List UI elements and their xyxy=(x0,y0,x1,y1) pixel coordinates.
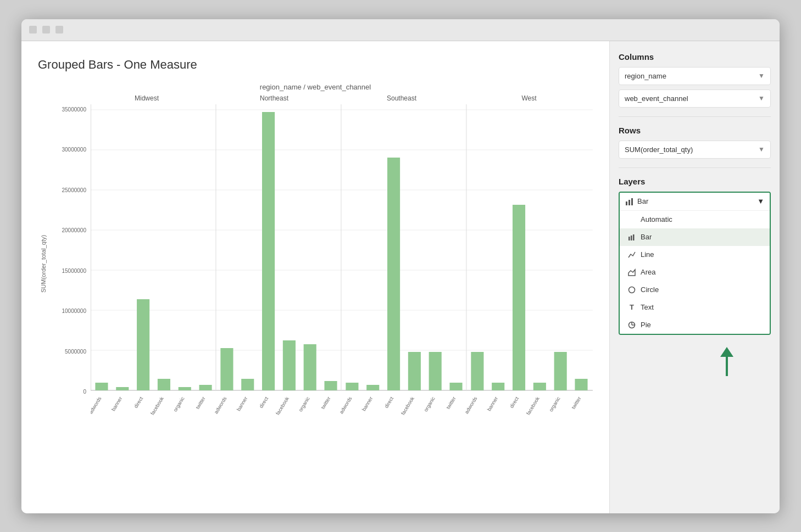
svg-rect-29 xyxy=(429,352,442,390)
layers-header-left: Bar xyxy=(625,197,648,206)
rows-section-title: Rows xyxy=(619,126,771,135)
svg-rect-21 xyxy=(262,112,275,390)
layers-dropdown-header[interactable]: Bar ▼ xyxy=(620,193,770,211)
svg-rect-20 xyxy=(241,379,254,390)
svg-rect-23 xyxy=(304,344,316,390)
columns-section-title: Columns xyxy=(619,52,771,61)
svg-rect-30 xyxy=(449,383,462,390)
y-tick-5m: 5000000 xyxy=(65,349,86,355)
svg-rect-36 xyxy=(575,379,587,390)
automatic-icon xyxy=(627,215,636,224)
y-tick-25m: 25000000 xyxy=(62,187,87,193)
svg-rect-28 xyxy=(408,352,421,390)
svg-rect-17 xyxy=(179,387,191,390)
chart-subtitle: region_name / web_event_channel xyxy=(38,83,593,91)
svg-rect-66 xyxy=(633,234,635,240)
line-icon xyxy=(627,250,636,259)
web-event-channel-label: web_event_channel xyxy=(625,94,688,103)
web-event-channel-arrow: ▼ xyxy=(758,94,765,102)
svg-marker-73 xyxy=(720,347,733,357)
web-event-channel-dropdown[interactable]: web_event_channel ▼ xyxy=(619,89,771,108)
main-window: Grouped Bars - One Measure region_name /… xyxy=(21,19,780,513)
svg-text:adwords: adwords xyxy=(464,395,479,415)
pie-icon xyxy=(627,321,636,329)
sum-order-label: SUM(order_total_qty) xyxy=(625,145,693,154)
svg-text:banner: banner xyxy=(236,396,249,412)
circle-icon xyxy=(627,285,636,294)
layers-dropdown-options: Automatic Bar xyxy=(620,211,770,334)
y-tick-20m: 20000000 xyxy=(62,227,87,233)
svg-text:banner: banner xyxy=(361,396,374,412)
region-label-west: West xyxy=(465,94,593,102)
svg-rect-14 xyxy=(116,387,129,390)
option-automatic-label: Automatic xyxy=(641,215,672,223)
svg-rect-33 xyxy=(513,205,525,390)
option-pie-label: Pie xyxy=(641,321,651,329)
option-circle[interactable]: Circle xyxy=(620,281,770,299)
svg-rect-24 xyxy=(324,381,337,390)
option-automatic[interactable]: Automatic xyxy=(620,211,770,228)
option-line-label: Line xyxy=(641,250,654,259)
svg-text:organic: organic xyxy=(423,395,437,412)
chart-panel: Grouped Bars - One Measure region_name /… xyxy=(21,41,609,513)
option-pie[interactable]: Pie xyxy=(620,316,770,334)
svg-text:facebook: facebook xyxy=(149,395,165,416)
region-label-northeast: Northeast xyxy=(210,94,338,102)
svg-text:organic: organic xyxy=(548,395,562,412)
svg-rect-32 xyxy=(492,383,504,390)
svg-text:adwords: adwords xyxy=(213,395,228,415)
svg-text:direct: direct xyxy=(509,395,520,408)
svg-text:direct: direct xyxy=(133,395,144,408)
svg-rect-35 xyxy=(554,352,567,390)
svg-text:banner: banner xyxy=(110,396,124,412)
option-bar[interactable]: Bar xyxy=(620,228,770,246)
svg-rect-13 xyxy=(95,383,108,390)
svg-text:facebook: facebook xyxy=(525,395,541,416)
svg-rect-63 xyxy=(631,198,633,205)
option-text[interactable]: T Text xyxy=(620,299,770,316)
layers-dropdown[interactable]: Bar ▼ Automatic xyxy=(619,192,771,335)
svg-marker-67 xyxy=(628,270,635,276)
content-area: Grouped Bars - One Measure region_name /… xyxy=(21,41,780,513)
svg-text:adwords: adwords xyxy=(338,395,353,415)
svg-rect-27 xyxy=(387,158,400,390)
svg-rect-34 xyxy=(533,383,546,390)
sum-order-dropdown[interactable]: SUM(order_total_qty) ▼ xyxy=(619,141,771,159)
region-name-label: region_name xyxy=(625,72,666,80)
svg-rect-31 xyxy=(471,352,483,390)
layers-selected-label: Bar xyxy=(637,197,648,205)
option-bar-label: Bar xyxy=(641,233,652,241)
divider-2 xyxy=(619,167,771,168)
svg-rect-26 xyxy=(366,385,379,390)
titlebar xyxy=(21,19,780,41)
svg-text:twitter: twitter xyxy=(445,396,457,410)
chart-title: Grouped Bars - One Measure xyxy=(38,58,593,72)
y-axis-label: SUM(order_total_qty) xyxy=(38,104,49,423)
svg-text:twitter: twitter xyxy=(570,396,582,410)
svg-rect-64 xyxy=(628,237,630,240)
layers-dropdown-arrow: ▼ xyxy=(757,197,764,205)
option-area[interactable]: Area xyxy=(620,264,770,281)
svg-text:direct: direct xyxy=(383,395,395,408)
svg-text:direct: direct xyxy=(258,395,270,408)
region-label-southeast: Southeast xyxy=(338,94,465,102)
svg-rect-62 xyxy=(628,200,630,205)
region-name-dropdown[interactable]: region_name ▼ xyxy=(619,67,771,85)
svg-rect-25 xyxy=(346,383,358,390)
svg-rect-15 xyxy=(137,299,149,390)
traffic-light-1[interactable] xyxy=(29,26,37,33)
region-name-arrow: ▼ xyxy=(758,72,765,80)
divider-1 xyxy=(619,116,771,117)
traffic-light-2[interactable] xyxy=(42,26,50,33)
svg-text:banner: banner xyxy=(486,396,499,412)
traffic-light-3[interactable] xyxy=(55,26,63,33)
right-panel: Columns region_name ▼ web_event_channel … xyxy=(609,41,780,513)
option-line[interactable]: Line xyxy=(620,246,770,264)
svg-rect-61 xyxy=(626,201,627,205)
svg-text:organic: organic xyxy=(173,395,186,412)
y-tick-30m: 30000000 xyxy=(62,147,87,153)
svg-rect-16 xyxy=(158,379,170,390)
svg-rect-18 xyxy=(199,385,212,390)
layers-section-title: Layers xyxy=(619,177,771,186)
svg-text:organic: organic xyxy=(298,395,312,412)
